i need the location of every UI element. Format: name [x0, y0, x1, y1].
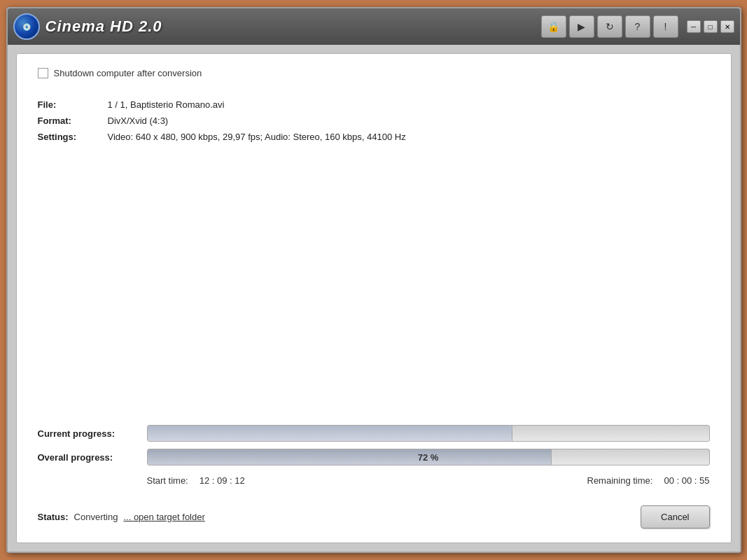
minimize-button[interactable]: ─ [687, 20, 701, 33]
shutdown-label: Shutdown computer after conversion [54, 68, 202, 78]
format-value: DivX/Xvid (4:3) [108, 115, 169, 126]
file-label: File: [38, 99, 108, 110]
shutdown-row: Shutdown computer after conversion [38, 68, 710, 78]
status-bar: Status: Converting ... open target folde… [38, 500, 710, 528]
status-left: Status: Converting ... open target folde… [38, 512, 205, 522]
spacer [38, 156, 710, 425]
play-button[interactable]: ▶ [569, 15, 594, 38]
status-label: Status: [38, 512, 69, 522]
title-left: 💿 Cinema HD 2.0 [13, 13, 162, 40]
overall-progress-label: Overall progress: [38, 452, 136, 463]
remaining-time-label: Remaining time: [587, 475, 653, 486]
current-progress-label: Current progress: [38, 428, 136, 439]
start-time-group: Start time: 12 : 09 : 12 [147, 475, 245, 486]
settings-label: Settings: [38, 132, 108, 142]
disc-icon: 💿 [22, 23, 31, 31]
title-bar: 💿 Cinema HD 2.0 🔒 ▶ ↻ ? ! ─ □ ✕ [8, 8, 740, 45]
file-row: File: 1 / 1, Baptisterio Romano.avi [38, 99, 710, 110]
current-progress-bar [147, 425, 710, 442]
status-value: Converting [74, 512, 118, 522]
overall-progress-text: 72 % [148, 452, 709, 463]
maximize-button[interactable]: □ [704, 20, 718, 33]
overall-progress-row: Overall progress: 72 % [38, 449, 710, 465]
progress-section: Current progress: Overall progress: 72 % [38, 425, 710, 465]
format-row: Format: DivX/Xvid (4:3) [38, 115, 710, 126]
toolbar-buttons: 🔒 ▶ ↻ ? ! [541, 15, 678, 38]
cancel-button[interactable]: Cancel [641, 505, 709, 528]
help-button[interactable]: ? [625, 15, 650, 38]
start-time-value: 12 : 09 : 12 [200, 475, 245, 486]
info-section: File: 1 / 1, Baptisterio Romano.avi Form… [38, 99, 710, 142]
overall-progress-bar: 72 % [147, 449, 710, 465]
settings-row: Settings: Video: 640 x 480, 900 kbps, 29… [38, 132, 710, 142]
open-folder-link[interactable]: ... open target folder [123, 512, 204, 522]
app-title: Cinema HD 2.0 [46, 18, 162, 36]
app-icon: 💿 [13, 13, 40, 40]
window-controls: ─ □ ✕ [687, 20, 734, 33]
format-label: Format: [38, 115, 108, 126]
main-window: 💿 Cinema HD 2.0 🔒 ▶ ↻ ? ! ─ □ ✕ [6, 7, 741, 553]
current-progress-fill [148, 426, 512, 441]
settings-value: Video: 640 x 480, 900 kbps, 29,97 fps; A… [108, 132, 406, 142]
remaining-time-value: 00 : 00 : 55 [664, 475, 709, 486]
close-button[interactable]: ✕ [720, 20, 734, 33]
current-progress-row: Current progress: [38, 425, 710, 442]
remaining-time-group: Remaining time: 00 : 00 : 55 [587, 475, 710, 486]
refresh-button[interactable]: ↻ [597, 15, 622, 38]
content-panel: Shutdown computer after conversion File:… [16, 53, 732, 543]
time-row: Start time: 12 : 09 : 12 Remaining time:… [38, 472, 710, 489]
shutdown-checkbox[interactable] [38, 68, 48, 78]
alert-button[interactable]: ! [653, 15, 678, 38]
file-value: 1 / 1, Baptisterio Romano.avi [108, 99, 225, 110]
main-content: Shutdown computer after conversion File:… [8, 45, 740, 552]
lock-button[interactable]: 🔒 [541, 15, 566, 38]
start-time-label: Start time: [147, 475, 188, 486]
